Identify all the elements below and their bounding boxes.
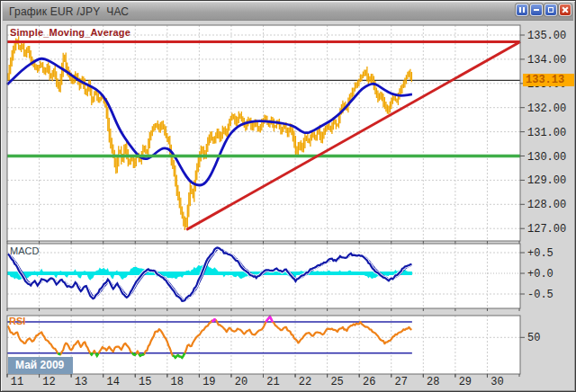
rsi-indicator-label: RSI (9, 316, 25, 326)
macd-axis-label: -0.5 (527, 289, 554, 301)
date-axis-label: 15 (139, 376, 151, 388)
rsi-panel (7, 316, 520, 377)
price-axis-label: 129.00 (527, 174, 566, 187)
macd-panel (7, 244, 520, 311)
date-axis-label: 21 (266, 376, 279, 388)
date-axis-label: 14 (106, 376, 119, 388)
date-axis-label: 20 (235, 376, 248, 388)
price-axis-label: 134.00 (527, 54, 566, 67)
chart-window: График EUR /JPY ЧАС 135.00134.00133.0013… (0, 0, 576, 392)
price-axis-label: 127.00 (527, 223, 566, 236)
rsi-oversold-segment (90, 353, 93, 355)
price-axis-label: 135.00 (527, 30, 566, 42)
date-axis-label: 11 (11, 376, 23, 388)
price-axis-label: 131.00 (527, 127, 566, 139)
date-axis-label: 25 (330, 376, 343, 388)
date-axis-label: 28 (427, 376, 439, 388)
macd-indicator-label: MACD (10, 245, 39, 256)
date-axis-label: 30 (490, 376, 503, 388)
date-axis-label: 22 (299, 376, 311, 388)
date-axis-label: 19 (202, 376, 215, 388)
price-axis-label: 130.00 (527, 151, 566, 164)
rsi-oversold-segment (58, 353, 60, 354)
chart-canvas: 135.00134.00133.00132.00131.00130.00129.… (1, 1, 576, 392)
date-axis-label: 18 (171, 376, 184, 388)
price-axis-label: 128.00 (527, 199, 566, 211)
price-panel (7, 25, 520, 244)
current-price-badge: 133.13 (523, 74, 574, 86)
date-axis-label: 12 (42, 376, 55, 388)
date-axis-label: 27 (395, 376, 408, 388)
macd-axis-label: +0.0 (527, 268, 554, 281)
date-axis-label: 26 (363, 376, 375, 388)
date-axis-label: 13 (75, 376, 87, 388)
period-badge: Май 2009 (8, 357, 73, 374)
macd-axis-label: +0.5 (527, 247, 554, 260)
date-axis-label: 29 (459, 376, 472, 388)
sma-indicator-label: Simple_Moving_Average (10, 27, 130, 38)
rsi-overbought-segment (212, 319, 216, 321)
rsi-axis-label: 50 (527, 332, 540, 344)
price-axis-label: 132.00 (527, 102, 566, 115)
rsi-oversold-segment (95, 353, 98, 356)
